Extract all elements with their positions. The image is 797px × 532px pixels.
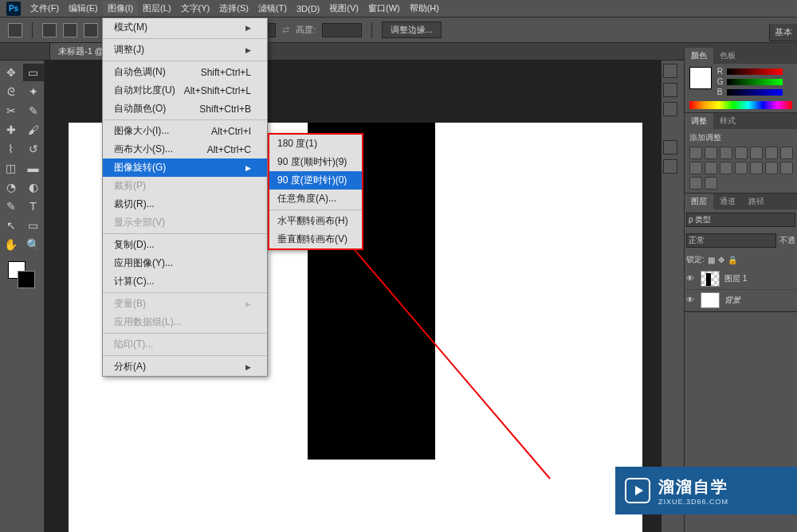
eyedropper-tool-icon[interactable]: ✎ [23, 102, 44, 119]
tab-layers[interactable]: 图层 [685, 194, 713, 209]
menu-calculations[interactable]: 计算(C)... [103, 272, 267, 291]
hue-sat-icon[interactable] [765, 147, 778, 159]
g-slider[interactable] [727, 79, 783, 85]
gradient-tool-icon[interactable]: ▬ [23, 159, 44, 177]
tab-styles[interactable]: 样式 [713, 113, 742, 129]
visibility-icon[interactable]: 👁 [686, 274, 696, 284]
menu-adjustments[interactable]: 调整(J)▶ [103, 41, 267, 59]
menu-image[interactable]: 图像(I) [103, 1, 138, 16]
menu-apply-image[interactable]: 应用图像(Y)... [103, 254, 267, 272]
flip-horizontal[interactable]: 水平翻转画布(H) [269, 212, 362, 230]
tab-channels[interactable]: 通道 [713, 194, 742, 209]
selection-add-icon[interactable] [63, 23, 77, 37]
lasso-tool-icon[interactable]: ᘓ [1, 83, 22, 100]
exposure-icon[interactable] [735, 147, 748, 159]
blur-tool-icon[interactable]: ◔ [1, 178, 22, 196]
visibility-icon[interactable]: 👁 [686, 295, 696, 305]
zoom-tool-icon[interactable]: 🔍 [23, 236, 44, 253]
character-panel-icon[interactable] [663, 140, 677, 155]
flip-vertical[interactable]: 垂直翻转画布(V) [269, 230, 362, 248]
layer-filter-select[interactable]: ρ 类型 [686, 213, 795, 227]
crop-tool-icon[interactable]: ✂ [1, 102, 22, 119]
layer-thumbnail-bg[interactable] [701, 292, 720, 308]
layer-name[interactable]: 图层 1 [724, 273, 747, 284]
properties-panel-icon[interactable] [663, 83, 677, 97]
height-input[interactable] [322, 23, 362, 37]
heal-tool-icon[interactable]: ✚ [1, 121, 22, 139]
stamp-tool-icon[interactable]: ⌇ [1, 140, 22, 158]
rotate-arbitrary[interactable]: 任意角度(A)... [269, 190, 362, 208]
tool-preset-icon[interactable] [8, 23, 22, 37]
layer-row-bg[interactable]: 👁 背景 [685, 290, 797, 311]
shape-tool-icon[interactable]: ▭ [23, 217, 44, 234]
wand-tool-icon[interactable]: ✦ [23, 83, 44, 100]
history-panel-icon[interactable] [663, 64, 677, 78]
brush-tool-icon[interactable]: 🖌 [23, 121, 44, 139]
hue-strip[interactable] [689, 101, 792, 109]
lock-position-icon[interactable]: ✥ [718, 256, 724, 264]
vibrance-icon[interactable] [750, 147, 763, 159]
menu-auto-contrast[interactable]: 自动对比度(U)Alt+Shift+Ctrl+L [103, 81, 267, 100]
menu-auto-tone[interactable]: 自动色调(N)Shift+Ctrl+L [103, 63, 267, 81]
menu-edit[interactable]: 编辑(E) [64, 1, 103, 16]
menu-3d[interactable]: 3D(D) [292, 2, 324, 15]
blend-mode-dropdown[interactable]: 正常 [686, 233, 776, 248]
background-swatch[interactable] [18, 271, 35, 288]
lookup-icon[interactable] [735, 162, 748, 174]
photo-filter-icon[interactable] [705, 162, 717, 174]
menu-mode[interactable]: 模式(M)▶ [103, 18, 267, 37]
workspace-basic-button[interactable]: 基本 [769, 24, 797, 41]
history-brush-icon[interactable]: ↺ [23, 140, 44, 158]
selective-color-icon[interactable] [705, 177, 717, 190]
menu-type[interactable]: 文字(Y) [176, 1, 215, 16]
marquee-tool-icon[interactable]: ▭ [23, 64, 44, 81]
menu-file[interactable]: 文件(F) [26, 1, 64, 16]
move-tool-icon[interactable]: ✥ [1, 64, 22, 81]
levels-icon[interactable] [705, 147, 717, 159]
menu-window[interactable]: 窗口(W) [363, 1, 405, 16]
curves-icon[interactable] [720, 147, 732, 159]
bw-icon[interactable] [689, 162, 702, 174]
menu-filter[interactable]: 滤镜(T) [253, 1, 292, 16]
dodge-tool-icon[interactable]: ◐ [23, 178, 44, 196]
paragraph-panel-icon[interactable] [663, 159, 677, 174]
menu-image-rotation[interactable]: 图像旋转(G)▶ [103, 158, 267, 177]
lock-pixels-icon[interactable]: ▦ [708, 256, 715, 264]
tab-swatches[interactable]: 色板 [713, 48, 742, 64]
selection-new-icon[interactable] [42, 23, 57, 37]
refine-edge-button[interactable]: 调整边缘... [382, 22, 442, 38]
b-slider[interactable] [727, 89, 783, 96]
gradient-map-icon[interactable] [689, 177, 702, 190]
layer-thumbnail[interactable] [701, 271, 720, 287]
hand-tool-icon[interactable]: ✋ [1, 236, 22, 253]
invert-icon[interactable] [750, 162, 763, 174]
color-swatches[interactable] [0, 261, 44, 293]
posterize-icon[interactable] [765, 162, 778, 174]
tab-paths[interactable]: 路径 [742, 194, 771, 209]
pen-tool-icon[interactable]: ✎ [1, 198, 22, 215]
threshold-icon[interactable] [780, 162, 793, 174]
bg-layer-name[interactable]: 背景 [724, 295, 740, 306]
selection-subtract-icon[interactable] [84, 23, 98, 37]
menu-duplicate[interactable]: 复制(D)... [103, 236, 267, 254]
path-tool-icon[interactable]: ↖ [1, 217, 22, 234]
type-tool-icon[interactable]: T [23, 198, 44, 215]
menu-select[interactable]: 选择(S) [214, 1, 253, 16]
menu-trim[interactable]: 裁切(R)... [103, 195, 267, 213]
rotate-90-cw[interactable]: 90 度(顺时针)(9) [269, 153, 362, 171]
eraser-tool-icon[interactable]: ◫ [1, 159, 22, 177]
menu-image-size[interactable]: 图像大小(I)...Alt+Ctrl+I [103, 122, 267, 140]
brush-panel-icon[interactable] [663, 102, 677, 116]
lock-all-icon[interactable]: 🔒 [728, 256, 737, 264]
color-balance-icon[interactable] [780, 147, 793, 159]
rotate-180[interactable]: 180 度(1) [269, 135, 362, 153]
menu-canvas-size[interactable]: 画布大小(S)...Alt+Ctrl+C [103, 140, 267, 158]
menu-layer[interactable]: 图层(L) [138, 1, 175, 16]
layer-row-1[interactable]: 👁 图层 1 [685, 268, 797, 290]
menu-auto-color[interactable]: 自动颜色(O)Shift+Ctrl+B [103, 100, 267, 118]
channel-mixer-icon[interactable] [720, 162, 732, 174]
menu-analysis[interactable]: 分析(A)▶ [103, 358, 267, 376]
menu-view[interactable]: 视图(V) [324, 1, 363, 16]
tab-color[interactable]: 颜色 [685, 48, 713, 64]
tab-adjustments[interactable]: 调整 [685, 113, 713, 129]
